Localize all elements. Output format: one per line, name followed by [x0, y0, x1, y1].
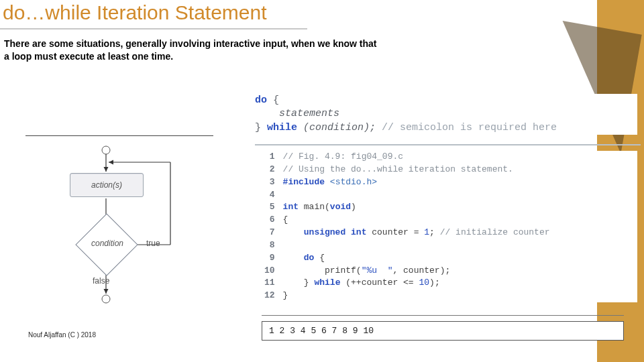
code-l5a: int [283, 202, 299, 212]
keyword-do: do [255, 95, 267, 106]
keyword-while: while [267, 122, 297, 133]
slide-title: do…while Iteration Statement [3, 1, 267, 24]
code-l11d: 10 [419, 278, 429, 288]
code-l11e: ); [429, 278, 440, 288]
code-l5d: ) [351, 202, 356, 212]
code-l12: } [283, 290, 288, 300]
syntax-condition: (condition); [297, 122, 382, 133]
output-separator [262, 315, 624, 316]
brace-open: { [267, 95, 279, 106]
brace-close: } [255, 122, 267, 133]
code-l7e: // initialize counter [440, 227, 550, 237]
code-l10b: "%u " [362, 265, 393, 276]
flowchart: action(s) condition true false [39, 142, 213, 316]
program-output: 1 2 3 4 5 6 7 8 9 10 [262, 321, 624, 341]
code-l9a: do [283, 253, 315, 263]
code-l11b: while [314, 278, 340, 288]
svg-point-0 [102, 146, 110, 154]
code-listing: 1// Fig. 4.9: fig04_09.c 2// Using the d… [262, 151, 637, 302]
code-l7a: unsigned int [283, 227, 367, 237]
svg-point-7 [102, 295, 110, 303]
code-l11a: } [283, 278, 315, 288]
flow-false-label: false [93, 276, 109, 286]
flow-condition-label: condition [87, 239, 127, 248]
syntax-snippet: do { statements } while (condition); // … [255, 94, 637, 135]
code-l7c: 1 [424, 227, 429, 237]
code-l3a: #include [283, 177, 330, 187]
syntax-underline [255, 144, 641, 145]
code-l9b: { [314, 253, 325, 263]
code-l3b: <stdio.h> [330, 177, 377, 187]
syntax-statements: statements [255, 108, 339, 119]
footer-credit: Nouf Aljaffan (C ) 2018 [28, 331, 96, 339]
code-l10a: printf( [283, 265, 362, 276]
flow-action-box: action(s) [70, 173, 144, 197]
code-l7d: ; [429, 227, 440, 237]
code-l7b: counter = [366, 227, 424, 237]
code-l5b: main( [299, 202, 330, 212]
code-l1: // Fig. 4.9: fig04_09.c [283, 152, 403, 162]
code-l11c: (++counter <= [340, 278, 419, 288]
title-underline [0, 28, 307, 29]
flow-true-label: true [146, 239, 160, 248]
code-l6: { [283, 215, 288, 225]
intro-text: There are some situations, generally inv… [4, 38, 380, 63]
left-separator [25, 135, 213, 136]
code-l5c: void [330, 202, 351, 212]
code-l2: // Using the do...while iteration statem… [283, 164, 513, 174]
syntax-comment: // semicolon is required here [382, 122, 557, 133]
flowchart-arrows [39, 142, 213, 316]
code-l10c: , counter); [392, 265, 450, 276]
output-section: 1 2 3 4 5 6 7 8 9 10 [262, 315, 624, 341]
